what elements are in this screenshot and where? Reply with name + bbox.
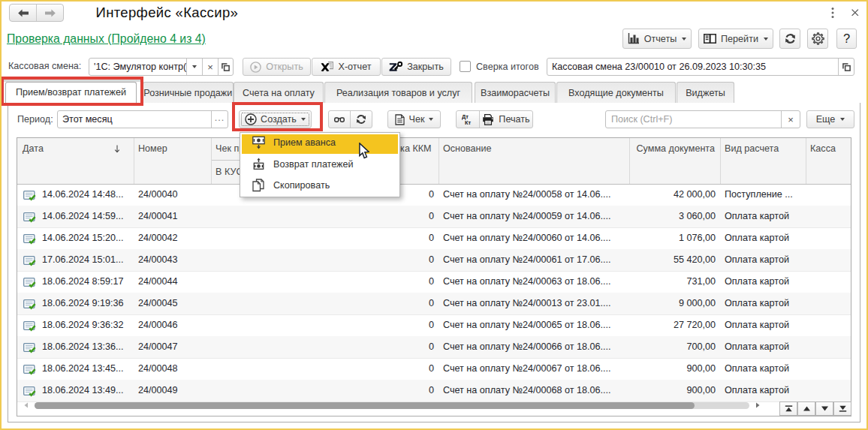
svg-text:Кт: Кт (465, 119, 472, 125)
